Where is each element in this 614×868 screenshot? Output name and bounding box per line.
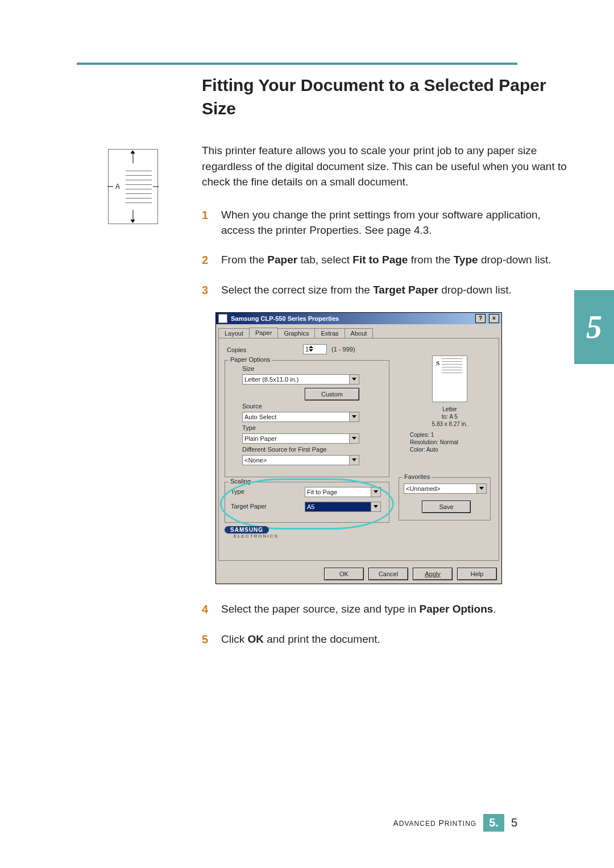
step-number: 4 [202,601,213,618]
step-4: 4 Select the paper source, size and type… [202,601,571,618]
scaling-type-select[interactable]: Fit to Page [305,487,381,497]
preview-settings: Copies: 1 Resolution: Normal Color: Auto [410,431,489,453]
chevron-down-icon [371,487,380,497]
fit-to-page-icon: A [108,149,158,224]
source-label: Source [242,403,262,410]
tab-layout[interactable]: Layout [218,328,250,338]
copies-label: Copies [227,346,246,353]
tab-about[interactable]: About [345,328,374,338]
step-1: 1 When you change the print settings fro… [202,207,571,238]
chevron-down-icon [349,456,359,465]
step-number: 1 [202,207,213,238]
page-title: Fitting Your Document to a Selected Pape… [202,74,571,120]
step-text: When you change the print settings from … [221,207,571,238]
ok-button[interactable]: OK [324,568,364,580]
intro-paragraph: This printer feature allows you to scale… [202,143,571,190]
step-text: From the Paper tab, select Fit to Page f… [221,252,571,268]
favorites-select[interactable]: <Unnamed> [404,483,487,494]
tab-graphics[interactable]: Graphics [277,328,315,338]
tab-strip: Layout Paper Graphics Extras About [218,328,499,338]
chevron-down-icon [476,484,486,493]
type-select[interactable]: Plain Paper [242,433,359,444]
paper-options-group: Paper Options Size Letter (8.5x11.0 in.)… [225,360,389,477]
chevron-down-icon [349,412,359,421]
step-2: 2 From the Paper tab, select Fit to Page… [202,252,571,268]
favorites-group: Favorites <Unnamed> Save [399,477,491,520]
tab-panel: Copies 1 (1 - 999) Paper Options [218,338,499,561]
step-3: 3 Select the correct size from the Targe… [202,282,571,299]
step-text: Click OK and print the document. [221,631,571,648]
chapter-number: 5 [586,309,602,345]
chevron-down-icon [349,434,359,443]
step-number: 5 [202,631,213,648]
spinner-icon[interactable] [309,346,313,353]
chapter-badge: 5. [483,814,504,832]
size-label: Size [242,365,254,372]
close-button[interactable]: × [489,314,499,323]
first-page-source-label: Different Source for First Page [242,446,326,453]
icon-letter: A [115,183,120,191]
top-rule [77,63,517,65]
type-label: Type [242,424,256,431]
target-paper-label: Target Paper [231,503,267,510]
preview-paper: Letter to: A 5 5.83 x 8.27 in. [410,406,489,428]
page-number: 5 [511,816,517,829]
preview-page-icon: S [432,356,467,402]
tab-paper[interactable]: Paper [249,328,278,338]
tab-extras[interactable]: Extras [314,328,345,338]
page-footer: ADVANCED PRINTING 5. 5 [393,814,517,832]
step-text: Select the paper source, size and type i… [221,601,571,618]
target-paper-select[interactable]: A5 [305,502,381,512]
dialog-titlebar: Samsung CLP-550 Series Properties ? × [216,313,501,324]
favorites-save-button[interactable]: Save [422,501,471,513]
scaling-group: Scaling Type Fit to Page Target Paper A5 [225,482,389,523]
source-select[interactable]: Auto Select [242,412,359,422]
step-number: 2 [202,252,213,268]
group-legend: Paper Options [229,356,272,363]
group-legend: Scaling [229,478,252,485]
samsung-brand: SAMSUNG ELECTRONICS [225,526,279,539]
help-button[interactable]: ? [475,314,486,323]
content-column: Fitting Your Document to a Selected Pape… [202,74,571,662]
manual-page: 5 A Fitting Your Document to a Selected … [0,0,614,868]
printer-icon [218,314,227,323]
size-select[interactable]: Letter (8.5x11.0 in.) [242,374,359,385]
scaling-type-label: Type [231,488,244,495]
section-name: ADVANCED PRINTING [393,819,476,828]
dialog-title: Samsung CLP-550 Series Properties [231,315,339,322]
chevron-down-icon [371,502,380,511]
copies-input[interactable]: 1 [303,344,327,354]
chapter-side-tab: 5 [574,290,614,364]
copies-range: (1 - 999) [331,346,355,353]
chevron-down-icon [349,375,359,384]
step-text: Select the correct size from the Target … [221,282,571,299]
apply-button[interactable]: Apply [413,568,453,580]
group-legend: Favorites [403,473,432,480]
preview-pane: S Letter to: A 5 5.83 x 8.27 in. Copies:… [410,350,489,453]
dlg-help-button[interactable]: Help [457,568,497,580]
dialog-footer-buttons: OK Cancel Apply Help [324,568,497,580]
custom-button[interactable]: Custom [305,388,359,400]
properties-dialog-screenshot: Samsung CLP-550 Series Properties ? × La… [215,312,571,584]
preview-s: S [436,359,439,366]
properties-dialog: Samsung CLP-550 Series Properties ? × La… [215,312,502,584]
step-5: 5 Click OK and print the document. [202,631,571,648]
first-page-source-select[interactable]: <None> [242,455,359,465]
step-number: 3 [202,282,213,299]
margin-illustration: A [108,149,171,224]
cancel-button[interactable]: Cancel [368,568,408,580]
